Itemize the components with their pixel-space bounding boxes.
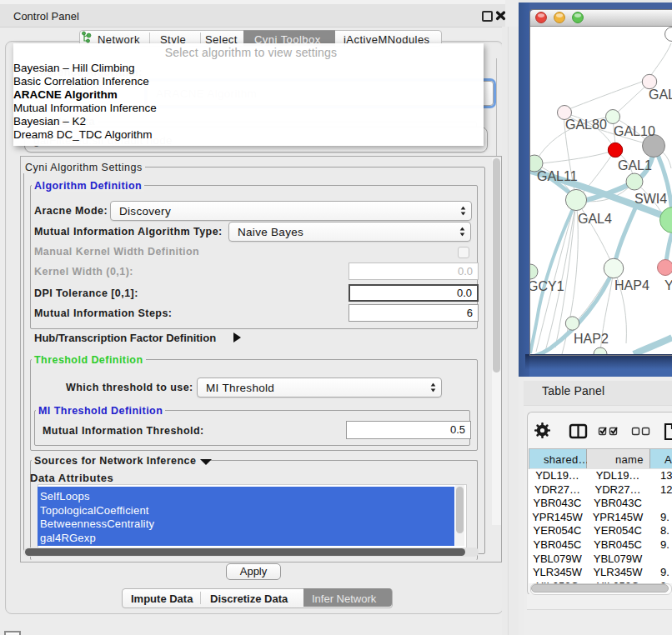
- svg-text:Y: Y: [664, 278, 672, 292]
- svg-text:HAP2: HAP2: [574, 332, 609, 346]
- svg-text:GCY1: GCY1: [530, 279, 564, 293]
- svg-text:GAL: GAL: [649, 88, 672, 102]
- svg-text:GAL80: GAL80: [565, 118, 607, 132]
- svg-text:GAL11: GAL11: [537, 169, 578, 183]
- svg-text:GAL1: GAL1: [618, 158, 652, 172]
- svg-text:GAL10: GAL10: [614, 124, 655, 138]
- svg-text:GAL4: GAL4: [578, 212, 612, 226]
- svg-text:SWI4: SWI4: [634, 192, 667, 206]
- svg-text:HAP4: HAP4: [614, 278, 649, 292]
